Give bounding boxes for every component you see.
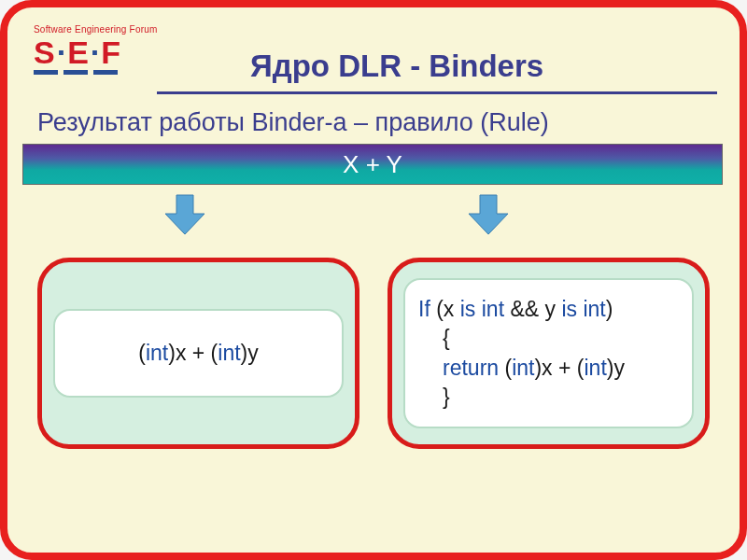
rule-box-right: If (x is int && y is int) { return (int)… bbox=[388, 258, 710, 449]
rule-left-code: (int)x + (int)y bbox=[53, 309, 344, 398]
svg-marker-1 bbox=[469, 195, 508, 234]
sef-logo: Software Engineering Forum S·E·F bbox=[34, 24, 158, 75]
svg-marker-0 bbox=[165, 195, 204, 234]
expression-text: X + Y bbox=[343, 150, 402, 179]
rule-boxes: (int)x + (int)y If (x is int && y is int… bbox=[37, 258, 710, 449]
slide-frame: Software Engineering Forum S·E·F Ядро DL… bbox=[0, 0, 747, 560]
logo-bars bbox=[34, 70, 158, 75]
title-underline bbox=[157, 91, 717, 94]
logo-main: S·E·F bbox=[34, 36, 158, 68]
slide-subtitle: Результат работы Binder-а – правило (Rul… bbox=[37, 108, 549, 137]
rule-box-left: (int)x + (int)y bbox=[37, 258, 359, 449]
expression-bar: X + Y bbox=[22, 144, 723, 185]
slide-title: Ядро DLR - Binders bbox=[250, 49, 543, 84]
logo-subtitle: Software Engineering Forum bbox=[34, 24, 158, 35]
arrow-down-icon bbox=[465, 191, 512, 238]
rule-right-code: If (x is int && y is int) { return (int)… bbox=[403, 278, 694, 427]
arrow-down-icon bbox=[162, 191, 208, 238]
